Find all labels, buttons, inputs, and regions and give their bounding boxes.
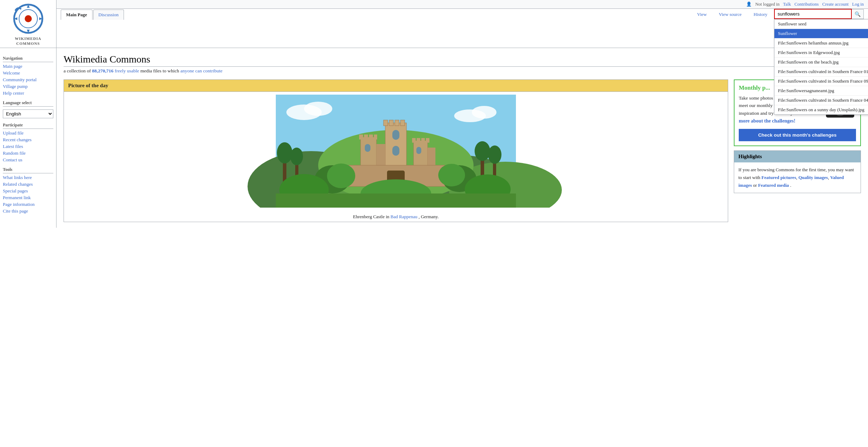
- search-container: 🔍 Sunflower seedSunflowerFile:Sunflowers…: [774, 9, 864, 19]
- user-icon: 👤: [746, 1, 752, 7]
- svg-rect-27: [384, 120, 388, 126]
- tools-title: Tools: [3, 167, 53, 173]
- search-suggestion[interactable]: File:Sunflowers in Edgewood.jpg: [774, 48, 868, 58]
- svg-point-24: [488, 145, 501, 164]
- sidebar-community-portal[interactable]: Community portal: [3, 77, 53, 83]
- svg-rect-38: [365, 144, 370, 152]
- challenges-button[interactable]: Check out this month's challenges: [739, 129, 856, 141]
- sidebar-related-changes[interactable]: Related changes: [3, 181, 53, 187]
- search-dropdown: Sunflower seedSunflowerFile:Sunflowers h…: [774, 19, 868, 115]
- search-suggestion[interactable]: File:Sunflowersagnaneamt.jpg: [774, 86, 868, 96]
- svg-point-22: [475, 141, 490, 161]
- svg-rect-43: [426, 138, 429, 143]
- svg-point-18: [277, 142, 292, 163]
- potd-header: Picture of the day: [64, 80, 728, 92]
- sidebar: Navigation Main page Welcome Community p…: [0, 48, 57, 228]
- featured-pictures-link[interactable]: Featured pictures: [761, 175, 796, 180]
- search-suggestion[interactable]: File:Sunflowers on the beach.jpg: [774, 58, 868, 67]
- language-select[interactable]: English: [3, 109, 53, 118]
- sidebar-cite-this-page[interactable]: Cite this page: [3, 208, 53, 214]
- participate-title: Participate: [3, 123, 53, 129]
- svg-rect-34: [359, 135, 363, 139]
- tab-discussion[interactable]: Discussion: [93, 10, 124, 20]
- search-suggestion[interactable]: File:Sunflowers helianthus annuus.jpg: [774, 38, 868, 48]
- sidebar-contact-us[interactable]: Contact us: [3, 157, 53, 163]
- tab-main-page[interactable]: Main Page: [61, 10, 93, 20]
- sidebar-page-information[interactable]: Page information: [3, 202, 53, 207]
- potd-image: [67, 95, 725, 208]
- talk-link[interactable]: Talk: [783, 2, 791, 7]
- search-suggestion[interactable]: File:Sunflowers cultivated in Southern F…: [774, 96, 868, 105]
- content: Wikimedia Commons a collection of 88,270…: [57, 48, 868, 228]
- content-grid: Picture of the day: [64, 79, 861, 222]
- freely-usable-link[interactable]: freely usable: [115, 68, 139, 73]
- tab-view-source[interactable]: View source: [713, 9, 747, 20]
- search-suggestion[interactable]: File:Sunflowers cultivated in Southern F…: [774, 67, 868, 77]
- svg-point-20: [290, 148, 303, 165]
- nav-tabs: Main Page Discussion View View source Hi…: [57, 9, 868, 20]
- sidebar-help-center[interactable]: Help center: [3, 90, 53, 96]
- svg-rect-28: [389, 120, 393, 126]
- svg-rect-32: [392, 146, 399, 156]
- svg-point-10: [304, 102, 332, 116]
- right-tabs: View View source History 🔍 Sunflower see…: [692, 9, 864, 20]
- highlights-body: If you are browsing Commons for the firs…: [734, 162, 861, 193]
- potd-caption: Ehrenberg Castle in Bad Rappenau , Germa…: [64, 212, 728, 222]
- search-button[interactable]: 🔍: [852, 9, 864, 19]
- highlights-box: Highlights If you are browsing Commons f…: [734, 150, 861, 193]
- potd-image-area: [64, 92, 728, 212]
- sidebar-what-links-here[interactable]: What links here: [3, 175, 53, 180]
- sidebar-upload-file[interactable]: Upload file: [3, 130, 53, 136]
- top-bar: 👤 Not logged in Talk Contributions Creat…: [57, 0, 868, 9]
- anyone-link[interactable]: anyone can contribute: [180, 68, 222, 73]
- svg-rect-56: [276, 193, 516, 208]
- language-title: Language select: [3, 100, 53, 107]
- svg-rect-44: [416, 147, 421, 154]
- quality-images-link[interactable]: Quality images: [798, 175, 828, 180]
- bad-rappenau-link[interactable]: Bad Rappenau: [391, 214, 417, 219]
- sidebar-special-pages[interactable]: Special pages: [3, 188, 53, 194]
- search-suggestion[interactable]: File:Sunflowers cultivated in Southern F…: [774, 77, 868, 86]
- sidebar-recent-changes[interactable]: Recent changes: [3, 137, 53, 143]
- featured-media-link[interactable]: Featured media: [758, 183, 789, 188]
- search-suggestion[interactable]: File:Sunflowers on a sunny day (Unsplash…: [774, 105, 868, 114]
- search-suggestion[interactable]: Sunflower seed: [774, 19, 868, 29]
- sidebar-random-file[interactable]: Random file: [3, 150, 53, 156]
- header: WIKIMEDIA COMMONS 👤 Not logged in Talk C…: [0, 0, 868, 48]
- highlights-header: Highlights: [734, 151, 861, 162]
- not-logged-in: Not logged in: [755, 2, 780, 7]
- svg-rect-36: [369, 135, 373, 139]
- logo-icon: [12, 3, 44, 35]
- svg-rect-42: [421, 138, 425, 143]
- contributions-link[interactable]: Contributions: [795, 2, 819, 7]
- count-link[interactable]: 88,270,716: [92, 68, 114, 73]
- logo-text: WIKIMEDIA COMMONS: [15, 36, 41, 46]
- sidebar-latest-files[interactable]: Latest files: [3, 144, 53, 149]
- sidebar-village-pump[interactable]: Village pump: [3, 84, 53, 89]
- main-layout: Navigation Main page Welcome Community p…: [0, 48, 868, 228]
- sidebar-welcome[interactable]: Welcome: [3, 70, 53, 76]
- svg-rect-31: [392, 130, 399, 140]
- svg-point-52: [438, 164, 465, 186]
- search-suggestion[interactable]: Sunflower: [774, 29, 868, 38]
- tab-history[interactable]: History: [748, 9, 773, 20]
- search-input[interactable]: [774, 9, 852, 19]
- svg-point-12: [472, 106, 497, 119]
- create-account-link[interactable]: Create account: [822, 2, 849, 7]
- login-link[interactable]: Log in: [852, 2, 864, 7]
- svg-rect-40: [412, 138, 416, 143]
- svg-point-50: [327, 163, 355, 188]
- page-title: Wikimedia Commons: [64, 54, 861, 67]
- sidebar-permanent-link[interactable]: Permanent link: [3, 195, 53, 201]
- navigation-title: Navigation: [3, 56, 53, 62]
- svg-rect-41: [417, 138, 420, 143]
- svg-rect-37: [374, 135, 377, 139]
- subtitle-end-text: media files to which: [140, 68, 179, 73]
- logo-area: WIKIMEDIA COMMONS: [0, 0, 57, 48]
- page-subtitle: a collection of 88,270,716 freely usable…: [64, 68, 861, 74]
- svg-rect-35: [364, 135, 368, 139]
- subtitle-text: a collection of: [64, 68, 91, 73]
- tab-view[interactable]: View: [692, 9, 712, 20]
- svg-rect-29: [395, 120, 399, 126]
- sidebar-main-page[interactable]: Main page: [3, 64, 53, 69]
